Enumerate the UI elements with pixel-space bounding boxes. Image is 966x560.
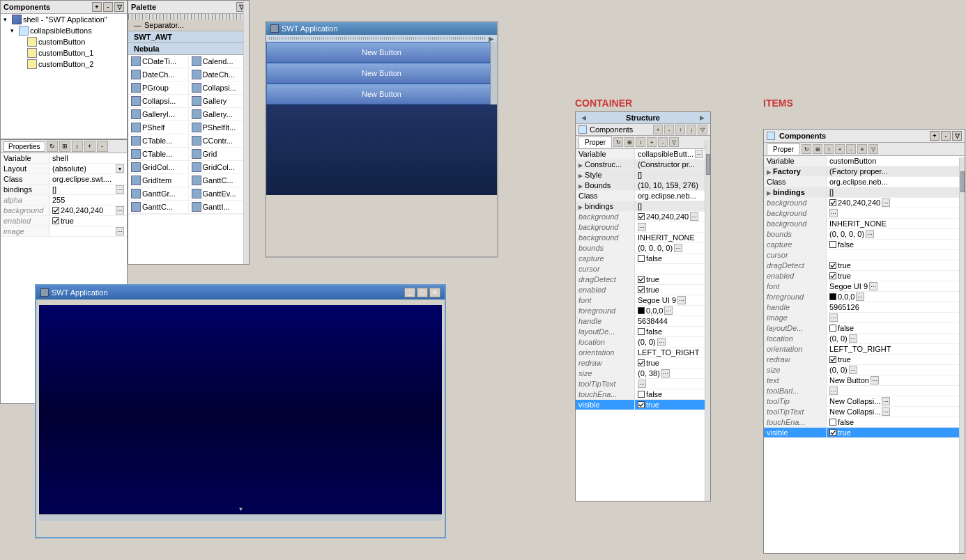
right-visible-cb[interactable] — [829, 429, 836, 436]
right-tooltip-more[interactable]: ⋯ — [882, 397, 890, 405]
struct-size-value[interactable]: (0, 38) ⋯ — [635, 368, 710, 378]
right-font-more[interactable]: ⋯ — [869, 282, 877, 290]
right-toolbar-more[interactable]: ⋯ — [829, 387, 838, 395]
struct-add-icon[interactable]: + — [653, 125, 663, 134]
palette-item-ctable1[interactable]: CTable... — [128, 134, 189, 148]
palette-item-datech2[interactable]: DateCh... — [189, 68, 250, 81]
struct-bg1-value[interactable]: 240,240,240 ⋯ — [635, 212, 710, 221]
struct-class-value[interactable]: org.eclipse.neb... — [635, 191, 710, 201]
right-image-value[interactable]: ⋯ — [827, 313, 965, 322]
struct-layoutde-value[interactable]: false — [635, 327, 710, 336]
right-bounds-value[interactable]: (0, 0, 0, 0) ⋯ — [827, 229, 965, 239]
prop-alpha-value[interactable]: 255 — [49, 195, 127, 205]
right-add-btn[interactable]: + — [930, 131, 940, 141]
palette-item-pshelf[interactable]: PShelf — [128, 121, 189, 134]
struct-var-scroll[interactable]: ⋯ — [695, 150, 703, 158]
swt-btn-1[interactable]: New Button — [266, 42, 497, 63]
right-prop-tab[interactable]: Proper — [767, 143, 800, 155]
right-bg2-more[interactable]: ⋯ — [829, 209, 838, 217]
right-location-more[interactable]: ⋯ — [849, 334, 857, 343]
props-sort-icon[interactable]: ↕ — [72, 141, 83, 152]
factory-expand[interactable]: ▶ — [767, 169, 771, 176]
palette-item-grid[interactable]: Grid — [189, 148, 250, 161]
struct-prop-sort[interactable]: ↕ — [636, 137, 645, 147]
prop-image-value[interactable]: ⋯ — [49, 226, 127, 236]
palette-item-galleryi[interactable]: GalleryI... — [128, 108, 189, 121]
background-more-icon[interactable]: ⋯ — [116, 206, 124, 215]
palette-item-ccontr[interactable]: CContr... — [189, 134, 250, 148]
constructor-expand[interactable]: ▶ — [578, 162, 583, 169]
struct-redraw-value[interactable]: true — [635, 358, 710, 368]
struct-bg1-cb[interactable] — [638, 213, 645, 220]
right-redraw-value[interactable]: true — [827, 355, 965, 364]
struct-redraw-cb[interactable] — [638, 359, 645, 366]
palette-scrollbar[interactable] — [243, 1, 249, 264]
structure-scrollbar-thumb[interactable] — [706, 154, 710, 175]
right-bg1-more[interactable]: ⋯ — [882, 199, 890, 207]
struct-constructor-value[interactable]: (Constructor pr... — [635, 160, 710, 169]
swt-btn-2[interactable]: New Button — [266, 63, 497, 84]
right-bounds-more[interactable]: ⋯ — [866, 230, 874, 238]
struct-enabled-cb[interactable] — [638, 286, 645, 293]
struct-visible-value[interactable]: true — [635, 400, 710, 410]
prop-variable-value[interactable]: shell — [49, 153, 127, 163]
palette-section-nebula[interactable]: Nebula — [128, 43, 249, 55]
components-expand-btn[interactable]: + — [92, 2, 102, 12]
right-tooltiptext-value[interactable]: New Collapsi... ⋯ — [827, 407, 965, 417]
right-drag-value[interactable]: true — [827, 260, 965, 270]
struct-dragdetect-value[interactable]: true — [635, 274, 710, 284]
palette-item-pshelfit[interactable]: PShelfIt... — [189, 121, 250, 134]
struct-capture-cb[interactable] — [638, 255, 645, 262]
tree-item-btn1[interactable]: customButton — [1, 36, 127, 47]
right-capture-cb[interactable] — [829, 241, 836, 248]
tree-item-collapsible[interactable]: ▾ collapsibleButtons — [1, 25, 127, 36]
palette-item-cdateti[interactable]: CDateTi... — [128, 55, 189, 68]
palette-item-gridcol2[interactable]: GridCol... — [189, 161, 250, 174]
right-capture-value[interactable]: false — [827, 240, 965, 249]
struct-layoutde-cb[interactable] — [638, 328, 645, 335]
right-panel-scrollbar-thumb[interactable] — [960, 171, 965, 192]
struct-bounds2-value[interactable]: (0, 0, 0, 0) ⋯ — [635, 243, 710, 253]
prop-class-value[interactable]: org.eclipse.swt.... — [49, 174, 127, 184]
right-fg-value[interactable]: 0,0,0 ⋯ — [827, 292, 965, 302]
right-fg-more[interactable]: ⋯ — [856, 293, 864, 301]
right-class-value[interactable]: org.eclipse.neb... — [827, 177, 965, 187]
right-touchena-cb[interactable] — [829, 419, 836, 426]
right-list-icon[interactable]: ≡ — [857, 144, 867, 154]
struct-prop-collapse[interactable]: - — [658, 137, 668, 147]
right-enabled-value[interactable]: true — [827, 271, 965, 281]
right-location-value[interactable]: (0, 0) ⋯ — [827, 334, 965, 343]
background-checkbox[interactable] — [52, 207, 59, 214]
right-font-value[interactable]: Segoe UI 9 ⋯ — [827, 281, 965, 291]
struct-visible-row[interactable]: visible true — [576, 400, 710, 410]
struct-location-value[interactable]: (0, 0) ⋯ — [635, 337, 710, 347]
struct-location-more[interactable]: ⋯ — [657, 338, 666, 346]
struct-prop-expand[interactable]: + — [647, 137, 657, 147]
palette-item-ganttc1[interactable]: GanttC... — [189, 174, 250, 187]
tree-item-btn2[interactable]: customButton_1 — [1, 47, 127, 59]
struct-down-icon[interactable]: ↓ — [687, 125, 696, 134]
right-collapse-icon[interactable]: - — [846, 144, 856, 154]
right-size-value[interactable]: (0, 0) ⋯ — [827, 365, 965, 375]
palette-item-collapsi2[interactable]: Collapsi... — [128, 95, 189, 108]
struct-enabled-value[interactable]: true — [635, 285, 710, 295]
palette-item-gridcol1[interactable]: GridCol... — [128, 161, 189, 174]
right-sort-icon[interactable]: ↕ — [824, 144, 834, 154]
maximize-btn[interactable]: □ — [417, 288, 428, 297]
struct-capture-value[interactable]: false — [635, 254, 710, 263]
struct-style-value[interactable]: [] — [635, 170, 710, 180]
props-expand-icon[interactable]: + — [84, 141, 95, 152]
palette-item-ganttgr[interactable]: GanttGr... — [128, 187, 189, 201]
tree-item-shell[interactable]: ▾ shell - "SWT Application" — [1, 14, 127, 25]
palette-item-ctable2[interactable]: CTable... — [128, 148, 189, 161]
layout-dropdown-icon[interactable]: ▾ — [116, 164, 124, 173]
palette-item-gallery[interactable]: Gallery — [189, 95, 250, 108]
palette-item-gantttev[interactable]: GanttEv... — [189, 187, 250, 201]
struct-bounds2-more[interactable]: ⋯ — [674, 244, 682, 252]
right-redraw-cb[interactable] — [829, 356, 836, 363]
rbindings-expand[interactable]: ▶ — [767, 190, 771, 196]
properties-tab[interactable]: Properties — [3, 141, 45, 152]
struct-tooltip-value[interactable]: ⋯ — [635, 379, 710, 389]
palette-item-pgroup[interactable]: PGroup — [128, 81, 189, 95]
right-panel-scrollbar[interactable] — [959, 157, 965, 553]
